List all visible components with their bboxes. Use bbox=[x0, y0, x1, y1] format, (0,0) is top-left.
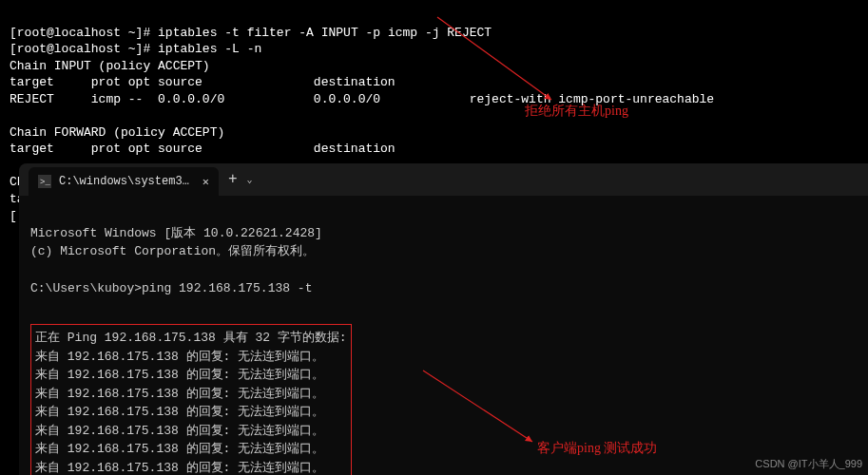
ping-reply: 来自 192.168.175.138 的回复: 无法连到端口。 bbox=[35, 387, 324, 401]
ping-reply: 来自 192.168.175.138 的回复: 无法连到端口。 bbox=[35, 461, 324, 475]
output-line: target prot opt source destination bbox=[10, 142, 395, 156]
titlebar: >_ C:\windows\system32\cmd.ex ✕ + ⌄ bbox=[19, 163, 868, 196]
annotation-reject: 拒绝所有主机ping bbox=[525, 103, 628, 120]
tab-title: C:\windows\system32\cmd.ex bbox=[59, 175, 195, 188]
cmd-body: Microsoft Windows [版本 10.0.22621.2428] (… bbox=[19, 196, 868, 475]
banner-line: (c) Microsoft Corporation。保留所有权利。 bbox=[30, 244, 315, 258]
ping-reply: 来自 192.168.175.138 的回复: 无法连到端口。 bbox=[35, 350, 324, 364]
annotation-client-ping: 客户端ping 测试成功 bbox=[537, 440, 657, 457]
prompt: [root@localhost ~]# bbox=[10, 26, 150, 40]
watermark: CSDN @IT小羊人_999 bbox=[755, 457, 862, 471]
ping-header: 正在 Ping 192.168.175.138 具有 32 字节的数据: bbox=[35, 331, 347, 345]
tab-cmd[interactable]: >_ C:\windows\system32\cmd.ex ✕ bbox=[29, 167, 219, 196]
prompt: [root@localhost ~]# bbox=[10, 42, 150, 56]
new-tab-button[interactable]: + bbox=[228, 171, 238, 188]
output-line: [ bbox=[10, 209, 17, 223]
ping-output-box: 正在 Ping 192.168.175.138 具有 32 字节的数据: 来自 … bbox=[30, 324, 352, 475]
output-line: target prot opt source destination bbox=[10, 75, 395, 89]
cmd-icon: >_ bbox=[38, 175, 51, 188]
ping-reply: 来自 192.168.175.138 的回复: 无法连到端口。 bbox=[35, 405, 324, 419]
cmd-text: iptables -L -n bbox=[158, 42, 261, 56]
cmd-prompt: C:\Users\kuboy> bbox=[30, 281, 142, 295]
banner-line: Microsoft Windows [版本 10.0.22621.2428] bbox=[30, 226, 322, 240]
cmd-text: iptables -t filter -A INPUT -p icmp -j R… bbox=[158, 26, 492, 40]
ping-reply: 来自 192.168.175.138 的回复: 无法连到端口。 bbox=[35, 368, 324, 382]
chevron-down-icon[interactable]: ⌄ bbox=[247, 174, 253, 185]
close-icon[interactable]: ✕ bbox=[203, 175, 209, 189]
cmd-window: >_ C:\windows\system32\cmd.ex ✕ + ⌄ Micr… bbox=[19, 163, 868, 475]
ping-reply: 来自 192.168.175.138 的回复: 无法连到端口。 bbox=[35, 424, 324, 438]
cmd-input[interactable]: ping 192.168.175.138 -t bbox=[142, 281, 312, 295]
svg-text:>_: >_ bbox=[40, 178, 50, 187]
ping-reply: 来自 192.168.175.138 的回复: 无法连到端口。 bbox=[35, 442, 324, 456]
output-line: Chain FORWARD (policy ACCEPT) bbox=[10, 125, 224, 140]
output-line: Chain INPUT (policy ACCEPT) bbox=[10, 59, 210, 73]
